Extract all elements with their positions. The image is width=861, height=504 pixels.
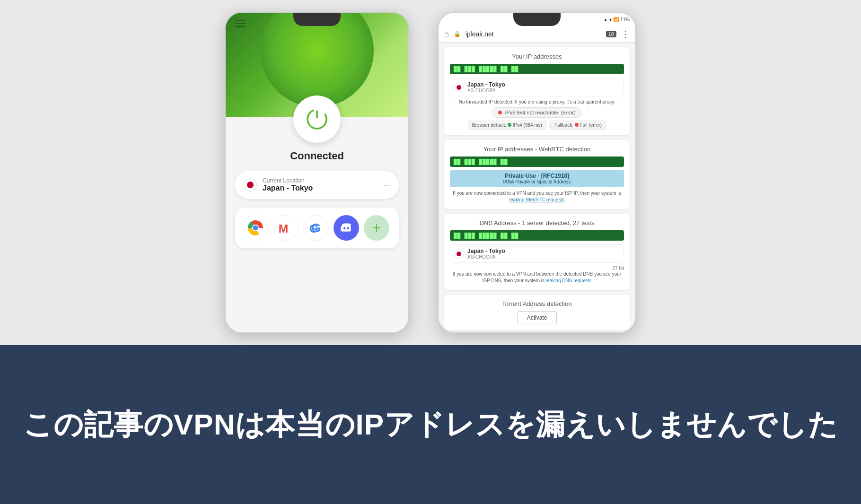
- ip-address-bar: ██ ███ █████ ██ ██: [450, 64, 624, 74]
- browser-default-badge: Browser default: IPv4 (984 ms): [468, 121, 546, 130]
- dns-bar-text: ██ ███ █████ ██ ██: [454, 233, 518, 239]
- private-use-title: Private-Use - [RFC1918]: [456, 173, 618, 179]
- dns-info-row: Japan - Tokyo AS-CHOOPA: [450, 244, 624, 263]
- add-icon: [371, 222, 382, 234]
- dns-location-details: Japan - Tokyo AS-CHOOPA: [467, 248, 505, 260]
- wifi-icon: ▾: [609, 17, 612, 22]
- dns-title: DNS Address - 1 server detected, 27 test…: [450, 219, 624, 226]
- vpn-screen: Connected Current Location Japan - Tokyo…: [226, 13, 408, 332]
- webrtc-leak-warning: If you are now connected to a VPN and yo…: [450, 190, 624, 203]
- dns-hit-count: 27 hit: [450, 266, 624, 271]
- dns-leak-warning: If you are now connected to a VPN and be…: [450, 271, 624, 284]
- dns-leak-link[interactable]: leaking DNS requests: [546, 278, 592, 283]
- wifi-signal-icon: 📶: [613, 17, 619, 22]
- vpn-body: Connected Current Location Japan - Tokyo…: [226, 117, 408, 332]
- japan-flag-icon: [244, 178, 257, 191]
- dns-bar: ██ ███ █████ ██ ██: [450, 230, 624, 241]
- torrent-section: Torrent Address detection Activate: [444, 295, 630, 330]
- add-app-button[interactable]: [364, 215, 389, 241]
- fallback-badge: Fallback: Fail (error): [550, 121, 606, 130]
- bottom-banner-text: この記事のVPNは本当のIPアドレスを漏えいしませんでした: [23, 406, 838, 444]
- location-name: Japan - Tokyo: [263, 184, 313, 192]
- power-icon: [305, 107, 329, 131]
- browser-content: Your IP addresses ██ ███ █████ ██ ██ Jap…: [439, 43, 635, 332]
- ip-info-row: Japan - Tokyo AS-CHOOPA: [450, 78, 624, 96]
- dns-section: DNS Address - 1 server detected, 27 test…: [444, 214, 630, 290]
- private-use-sub: IANA Private or Special Address: [456, 179, 618, 184]
- vpn-gradient-circle: [260, 12, 374, 107]
- japan-ip-flag: [454, 83, 464, 92]
- ipv6-badge: IPv6 test not reachable. (error): [492, 107, 581, 118]
- ipv6-red-dot: [498, 111, 502, 114]
- dns-asn-text: AS-CHOOPA: [467, 254, 505, 260]
- ipv4-green-dot: [508, 123, 511, 127]
- ipv4-label: IPv4 (984 ms): [513, 122, 542, 128]
- ipv6-row: IPv6 test not reachable. (error): [450, 107, 624, 118]
- location-left: Current Location Japan - Tokyo: [244, 177, 313, 192]
- gmail-app-icon[interactable]: M: [273, 215, 299, 241]
- home-icon[interactable]: ⌂: [444, 30, 449, 38]
- private-use-box: Private-Use - [RFC1918] IANA Private or …: [450, 170, 624, 187]
- main-area: Connected Current Location Japan - Tokyo…: [0, 0, 861, 345]
- ip-addresses-section: Your IP addresses ██ ███ █████ ██ ██ Jap…: [444, 47, 630, 135]
- browser-toolbar: ⌂ 🔒 ipleak.net 10 ⋮: [439, 26, 635, 43]
- url-bar[interactable]: ipleak.net: [466, 30, 601, 38]
- bottom-banner: この記事のVPNは本当のIPアドレスを漏えいしませんでした: [0, 345, 861, 504]
- dns-japan-flag: [454, 249, 464, 259]
- tab-count-badge[interactable]: 10: [606, 31, 616, 37]
- dns-flag-dot: [457, 252, 461, 256]
- fallback-row: Browser default: IPv4 (984 ms) Fallback:…: [450, 121, 624, 130]
- vpn-phone-frame: Connected Current Location Japan - Tokyo…: [225, 12, 409, 333]
- connected-status: Connected: [290, 150, 344, 162]
- dns-location-text: Japan - Tokyo: [467, 248, 505, 254]
- browser-default-label: Browser default:: [472, 122, 506, 128]
- fallback-label: Fallback:: [554, 122, 573, 128]
- webrtc-bar: ██ ███ █████ ██: [450, 156, 624, 167]
- status-icons: ▲ ▾ 📶 11%: [603, 17, 630, 22]
- location-text: Current Location Japan - Tokyo: [263, 177, 313, 192]
- gmail-svg: M: [277, 219, 295, 237]
- svg-text:M: M: [279, 222, 289, 235]
- flag-red-circle: [247, 182, 254, 188]
- apps-card: M G G: [235, 208, 399, 248]
- location-label: Current Location: [263, 177, 313, 184]
- webrtc-leak-link[interactable]: leaking WebRTC requests: [510, 197, 564, 202]
- fallback-red-dot: [575, 123, 579, 127]
- ip-address-text: ██ ███ █████ ██ ██: [454, 66, 518, 72]
- hamburger-menu-icon[interactable]: [235, 20, 246, 27]
- ip-location-text: Japan - Tokyo: [467, 81, 505, 88]
- phone-notch: [293, 13, 341, 26]
- location-card[interactable]: Current Location Japan - Tokyo ···: [235, 171, 399, 199]
- webrtc-bar-text: ██ ███ █████ ██: [454, 159, 508, 165]
- webrtc-title: Your IP addresses - WebRTC detection: [450, 146, 624, 153]
- ip-section-title: Your IP addresses: [450, 53, 624, 60]
- activate-button[interactable]: Activate: [517, 311, 557, 324]
- chrome-app-icon[interactable]: [243, 215, 268, 241]
- browser-phone-frame: ▲ ▾ 📶 11% ⌂ 🔒 ipleak.net 10 ⋮ Your IP ad…: [438, 12, 636, 333]
- ip-asn-text: AS-CHOOPA: [467, 88, 505, 93]
- more-options-icon[interactable]: ···: [383, 180, 390, 190]
- no-forward-text: No forwarded IP detected. If you are usi…: [450, 99, 624, 104]
- vpn-header: [226, 13, 408, 117]
- ipv6-text: IPv6 test not reachable. (error): [505, 110, 575, 115]
- fail-label: Fail (error): [580, 122, 602, 128]
- torrent-title: Torrent Address detection: [450, 300, 624, 307]
- webrtc-leak-text: If you are now connected to a VPN and yo…: [453, 191, 621, 196]
- google-app-icon[interactable]: G G: [303, 215, 329, 241]
- battery-level: 11%: [620, 17, 630, 22]
- chrome-svg: [247, 219, 264, 236]
- ip-location-details: Japan - Tokyo AS-CHOOPA: [467, 81, 505, 93]
- discord-app-icon[interactable]: [334, 215, 359, 241]
- browser-screen: ▲ ▾ 📶 11% ⌂ 🔒 ipleak.net 10 ⋮ Your IP ad…: [439, 13, 635, 332]
- discord-svg: [339, 221, 353, 235]
- browser-phone-notch: [513, 13, 561, 26]
- signal-icon: ▲: [603, 17, 608, 22]
- lock-icon: 🔒: [454, 31, 461, 37]
- japan-flag-dot: [457, 85, 461, 90]
- svg-point-5: [253, 226, 258, 231]
- webrtc-section: Your IP addresses - WebRTC detection ██ …: [444, 140, 630, 209]
- browser-menu-icon[interactable]: ⋮: [621, 29, 630, 39]
- dns-leak-text: If you are now connected to a VPN and be…: [453, 271, 621, 283]
- power-button[interactable]: [293, 96, 341, 143]
